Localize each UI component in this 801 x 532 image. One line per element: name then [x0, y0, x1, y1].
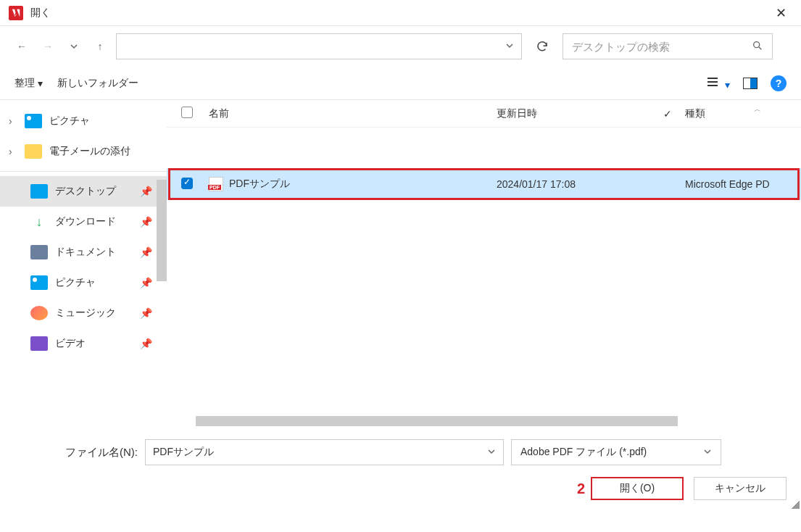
up-button[interactable]: ↑ — [90, 36, 110, 57]
video-icon — [30, 336, 48, 351]
column-type[interactable]: 種類 — [685, 107, 801, 120]
pictures-icon — [25, 114, 42, 128]
annotation-label-2: 2 — [577, 481, 585, 497]
svg-line-1 — [759, 47, 761, 49]
chevron-down-icon[interactable] — [505, 41, 514, 52]
pictures-icon — [30, 275, 48, 290]
search-input[interactable] — [572, 41, 752, 53]
pin-icon: 📌 — [140, 246, 152, 258]
column-name[interactable]: 名前 — [203, 107, 497, 120]
tree-label: ピクチャ — [49, 115, 90, 128]
sidebar-item-pictures[interactable]: ピクチャ 📌 — [0, 267, 167, 298]
filter-text: Adobe PDF ファイル (*.pdf) — [520, 446, 647, 459]
help-icon[interactable]: ? — [771, 75, 787, 91]
select-all-checkbox[interactable] — [181, 107, 193, 118]
download-icon: ↓ — [30, 215, 48, 229]
annotation-box-1 — [168, 168, 800, 200]
sidebar-item-label: ビデオ — [55, 337, 86, 350]
close-icon[interactable]: ✕ — [770, 5, 792, 21]
resize-grip-icon[interactable] — [791, 500, 800, 509]
search-icon[interactable] — [752, 40, 763, 54]
chevron-down-icon: ▾ — [38, 78, 43, 89]
forward-button[interactable]: → — [38, 36, 58, 57]
scrollbar-vertical[interactable] — [157, 180, 167, 281]
folder-icon — [25, 144, 42, 159]
document-icon — [30, 245, 48, 259]
sidebar-item-video[interactable]: ビデオ 📌 — [0, 328, 167, 359]
chevron-down-icon[interactable] — [703, 446, 712, 458]
svg-point-0 — [754, 41, 760, 47]
search-box[interactable] — [563, 33, 773, 59]
sidebar-item-downloads[interactable]: ↓ダウンロード 📌 — [0, 207, 167, 237]
sidebar-item-label: ドキュメント — [55, 246, 116, 259]
scrollbar-horizontal[interactable] — [196, 416, 678, 426]
address-bar[interactable] — [116, 33, 522, 59]
chevron-right-icon[interactable]: › — [9, 115, 17, 127]
sidebar-item-label: ダウンロード — [55, 215, 116, 228]
sort-indicator-icon: ︿ — [754, 104, 761, 115]
open-button[interactable]: 開く(O) — [591, 477, 684, 500]
refresh-icon[interactable] — [532, 36, 552, 57]
filename-label: ファイル名(N): — [14, 446, 138, 460]
back-button[interactable]: ← — [12, 36, 32, 57]
main-area: › ピクチャ › 電子メールの添付 デスクトップ 📌 ↓ダウンロード 📌 ドキュ… — [0, 100, 801, 426]
sidebar-item-documents[interactable]: ドキュメント 📌 — [0, 237, 167, 267]
row-checkbox[interactable] — [181, 178, 193, 189]
sidebar-item-music[interactable]: ミュージック 📌 — [0, 298, 167, 328]
view-button[interactable]: ▾ — [706, 75, 730, 91]
pin-icon: 📌 — [140, 216, 152, 228]
sidebar-item-label: デスクトップ — [55, 185, 116, 198]
chevron-right-icon[interactable]: › — [9, 146, 17, 157]
column-date[interactable]: 更新日時 — [497, 107, 663, 120]
sidebar-item-desktop[interactable]: デスクトップ 📌 — [0, 176, 167, 207]
sidebar-item-label: ピクチャ — [55, 276, 96, 289]
preview-pane-button[interactable] — [743, 78, 758, 89]
music-icon — [30, 306, 48, 320]
cancel-button[interactable]: キャンセル — [694, 477, 787, 500]
tree-email-attachments[interactable]: › 電子メールの添付 — [0, 136, 167, 167]
desktop-icon — [30, 184, 48, 199]
chevron-down-icon[interactable] — [487, 446, 496, 458]
recent-dropdown-icon[interactable] — [64, 36, 84, 57]
pin-icon: 📌 — [140, 186, 152, 197]
adobe-icon — [9, 6, 23, 20]
column-headers: 名前 更新日時 ✓ 種類 ︿ — [167, 100, 801, 128]
window-title: 開く — [30, 7, 51, 20]
checkmark-icon: ✓ — [663, 108, 685, 120]
file-type-filter[interactable]: Adobe PDF ファイル (*.pdf) — [511, 439, 721, 465]
organize-button[interactable]: 整理▾ — [14, 77, 43, 90]
filename-input[interactable]: PDFサンプル — [145, 439, 504, 465]
tree-label: 電子メールの添付 — [49, 145, 130, 158]
divider — [0, 171, 167, 172]
file-list: 名前 更新日時 ✓ 種類 ︿ 1 PDFサンプル 2024/01/17 17:0… — [167, 100, 801, 426]
footer: ファイル名(N): PDFサンプル Adobe PDF ファイル (*.pdf)… — [0, 426, 801, 510]
new-folder-button[interactable]: 新しいフォルダー — [57, 77, 138, 90]
sidebar-item-label: ミュージック — [55, 307, 116, 320]
pin-icon: 📌 — [140, 338, 152, 349]
filename-value: PDFサンプル — [153, 446, 214, 459]
sidebar: › ピクチャ › 電子メールの添付 デスクトップ 📌 ↓ダウンロード 📌 ドキュ… — [0, 100, 167, 426]
pin-icon: 📌 — [140, 307, 152, 319]
title-bar: 開く ✕ — [0, 0, 801, 26]
tree-pictures[interactable]: › ピクチャ — [0, 106, 167, 136]
blank-row — [167, 128, 801, 168]
toolbar: 整理▾ 新しいフォルダー ▾ ? — [0, 67, 801, 100]
pin-icon: 📌 — [140, 277, 152, 288]
nav-bar: ← → ↑ — [0, 26, 801, 67]
pdf-icon — [209, 177, 223, 191]
